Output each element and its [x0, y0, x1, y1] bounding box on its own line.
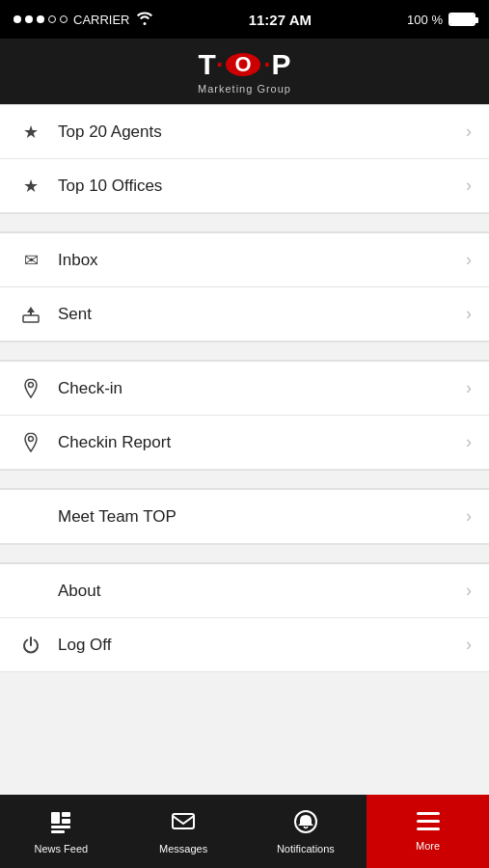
section-gap-4 — [0, 544, 489, 563]
app-header: T · O · P Marketing Group — [0, 39, 489, 104]
logo-o: O — [235, 54, 252, 75]
chevron-icon-3: › — [466, 250, 472, 270]
menu-item-sent[interactable]: Sent › — [0, 287, 489, 341]
svg-rect-6 — [62, 819, 70, 824]
chevron-icon-2: › — [466, 176, 472, 196]
tab-notifications[interactable]: Notifications — [245, 795, 367, 868]
menu-item-top20agents[interactable]: Top 20 Agents › — [0, 105, 489, 159]
section-gap-1 — [0, 213, 489, 232]
menu-label-logoff: Log Off — [58, 636, 466, 655]
battery-icon — [448, 13, 475, 26]
tab-notifications-label: Notifications — [277, 843, 335, 854]
battery-percent: 100 % — [407, 13, 443, 27]
tab-more-label: More — [416, 840, 440, 852]
dot1 — [14, 15, 21, 23]
svg-rect-9 — [173, 814, 194, 828]
status-bar: CARRIER 11:27 AM 100 % — [0, 0, 489, 39]
status-left: CARRIER — [14, 12, 153, 28]
svg-rect-12 — [417, 820, 440, 823]
more-icon — [415, 811, 442, 836]
svg-rect-4 — [51, 812, 60, 824]
chevron-icon-4: › — [466, 304, 472, 324]
menu-label-top10offices: Top 10 Offices — [58, 176, 466, 196]
menu-section-3: Check-in › Checkin Report › — [0, 361, 489, 470]
menu-label-inbox: Inbox — [58, 251, 466, 270]
menu-label-about: About — [58, 582, 466, 601]
menu-label-checkin: Check-in — [58, 379, 466, 398]
tab-bar: News Feed Messages Notifications — [0, 795, 489, 868]
menu-item-about[interactable]: About › — [0, 564, 489, 618]
menu-item-logoff[interactable]: Log Off › — [0, 618, 489, 672]
logo-p: P — [271, 48, 290, 81]
chevron-icon-8: › — [466, 581, 472, 601]
svg-point-2 — [29, 382, 34, 387]
menu-section-2: Inbox › Sent › — [0, 232, 489, 341]
wifi-icon — [136, 12, 153, 28]
logo-container: T · O · P Marketing Group — [198, 48, 291, 95]
dot5 — [60, 15, 68, 23]
section-gap-3 — [0, 470, 489, 489]
svg-rect-13 — [417, 827, 440, 830]
tab-more[interactable]: More — [367, 795, 489, 868]
svg-rect-7 — [51, 826, 70, 828]
menu-label-sent: Sent — [58, 305, 466, 324]
envelope-icon — [17, 250, 44, 271]
menu-item-checkin[interactable]: Check-in › — [0, 362, 489, 416]
tab-newsfeed[interactable]: News Feed — [0, 795, 122, 868]
tab-messages[interactable]: Messages — [122, 795, 245, 868]
tab-newsfeed-label: News Feed — [35, 843, 89, 854]
tab-messages-label: Messages — [159, 843, 207, 854]
newsfeed-icon — [47, 808, 74, 839]
menu-item-checkinreport[interactable]: Checkin Report › — [0, 416, 489, 470]
dot2 — [25, 15, 33, 23]
menu-container: Top 20 Agents › Top 10 Offices › Inbox ›… — [0, 104, 489, 672]
menu-item-inbox[interactable]: Inbox › — [0, 233, 489, 287]
chevron-icon-7: › — [466, 506, 472, 527]
svg-point-3 — [29, 436, 34, 441]
logo-dash1: · — [215, 50, 224, 80]
logo-dash2: · — [262, 50, 271, 80]
menu-label-meetteamtop: Meet Team TOP — [58, 507, 466, 527]
menu-section-1: Top 20 Agents › Top 10 Offices › — [0, 104, 489, 213]
battery-container: 100 % — [407, 13, 475, 27]
signal-dots — [14, 15, 68, 23]
battery-fill — [450, 14, 474, 24]
menu-item-meetteamtop[interactable]: Meet Team TOP › — [0, 490, 489, 544]
tray-icon — [17, 305, 44, 324]
menu-label-checkinreport: Checkin Report — [58, 433, 466, 452]
logo-subtitle: Marketing Group — [198, 83, 291, 95]
star-icon-2 — [17, 176, 44, 197]
menu-section-4: Meet Team TOP › — [0, 489, 489, 544]
dot4 — [48, 15, 56, 23]
logo-text: T · O · P — [199, 48, 291, 81]
chevron-icon-6: › — [466, 432, 472, 452]
svg-rect-8 — [51, 830, 65, 833]
pin-icon — [17, 378, 44, 399]
dot3 — [37, 15, 44, 23]
menu-label-top20agents: Top 20 Agents — [58, 122, 466, 142]
notifications-icon — [292, 808, 319, 839]
section-gap-2 — [0, 341, 489, 361]
svg-marker-1 — [27, 307, 35, 315]
svg-rect-0 — [23, 315, 39, 322]
power-icon — [17, 636, 44, 655]
time-display: 11:27 AM — [249, 12, 312, 28]
svg-rect-5 — [62, 812, 70, 817]
logo-oval: O — [226, 53, 260, 76]
logo-t: T — [199, 48, 215, 81]
pin-icon-2 — [17, 432, 44, 453]
messages-icon — [170, 808, 197, 839]
chevron-icon-5: › — [466, 378, 472, 398]
chevron-icon-9: › — [466, 635, 472, 655]
chevron-icon: › — [466, 122, 472, 142]
carrier-label: CARRIER — [73, 13, 130, 27]
menu-section-5: About › Log Off › — [0, 563, 489, 672]
star-icon — [17, 122, 44, 143]
svg-rect-11 — [417, 812, 440, 815]
menu-item-top10offices[interactable]: Top 10 Offices › — [0, 159, 489, 213]
